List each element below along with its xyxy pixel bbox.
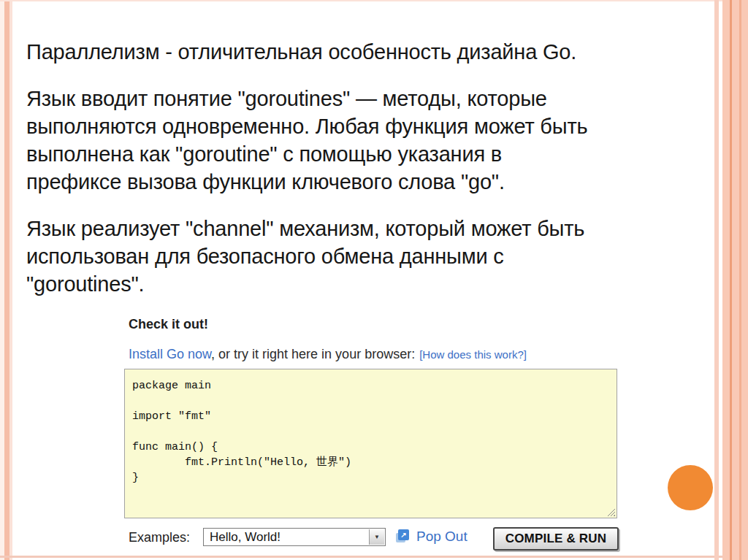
examples-select[interactable]: Hello, World! ▼ [203, 528, 386, 546]
left-border-stripes [0, 0, 13, 560]
dropdown-arrow-icon[interactable]: ▼ [369, 529, 384, 545]
decorative-orange-circle [668, 465, 713, 510]
slide-paragraph-channels: Язык реализует "channel" механизм, котор… [26, 215, 709, 298]
slide-paragraph-goroutines: Язык вводит понятие "goroutines" — метод… [26, 85, 709, 196]
examples-selected-value: Hello, World! [210, 530, 280, 545]
install-line: Install Go now, or try it right here in … [129, 347, 527, 362]
install-line-text: , or try it right here in your browser: [211, 347, 415, 361]
slide-paragraph-title: Параллелизм - отличительная особенность … [26, 38, 709, 66]
top-border-line [0, 0, 748, 1]
code-content[interactable]: package main import "fmt" func main() { … [132, 378, 609, 486]
resize-handle-icon[interactable] [607, 508, 615, 516]
right-border-band [722, 0, 748, 560]
examples-label: Examples: [129, 530, 190, 545]
widget-heading: Check it out! [129, 317, 208, 332]
popout-arrow-glyph: ↗ [398, 529, 409, 540]
install-go-link[interactable]: Install Go now [129, 347, 211, 361]
code-editor-textarea[interactable]: package main import "fmt" func main() { … [124, 369, 617, 518]
how-does-this-work-link[interactable]: [How does this work?] [419, 348, 527, 361]
bottom-border-line [0, 556, 748, 558]
compile-and-run-button[interactable]: COMPILE & RUN [493, 527, 619, 551]
right-border-stripe [714, 0, 719, 560]
popout-icon[interactable]: ↗ [396, 529, 411, 544]
popout-link[interactable]: Pop Out [416, 529, 468, 545]
